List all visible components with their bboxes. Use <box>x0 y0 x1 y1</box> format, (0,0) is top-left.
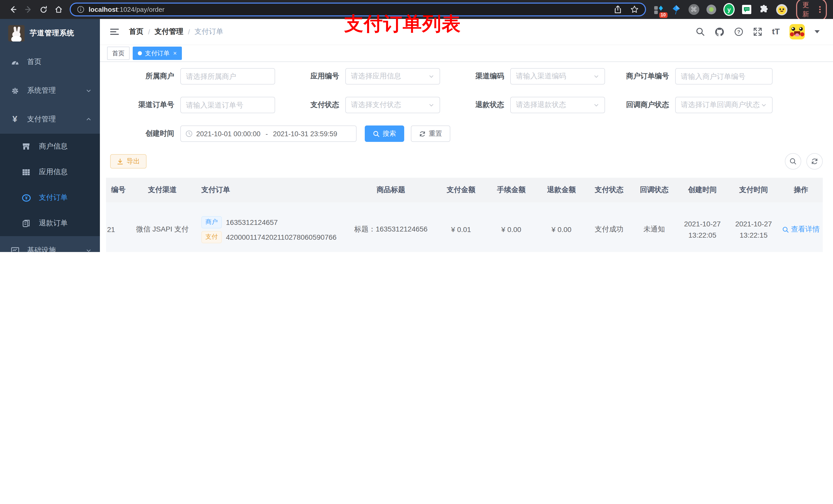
filter-label: 所属商户 <box>110 72 180 81</box>
user-avatar[interactable] <box>789 24 805 40</box>
channel-order-no-input[interactable] <box>180 97 275 113</box>
tag-home[interactable]: 首页 <box>107 47 129 60</box>
table-row[interactable]: 21 微信 JSAPI 支付 商户1635312124657 支付4200001… <box>106 202 823 252</box>
app-select[interactable]: 请选择应用信息 <box>345 68 440 85</box>
extension-kite-icon[interactable] <box>671 4 682 15</box>
sidebar-item-label: 基础设施 <box>27 246 56 252</box>
fullscreen-icon[interactable] <box>753 27 762 37</box>
browser-home-button[interactable] <box>51 2 66 17</box>
monitor-chart-icon <box>10 246 20 252</box>
svg-text:¥: ¥ <box>25 195 27 200</box>
view-detail-link[interactable]: 查看详情 <box>782 225 820 234</box>
reset-button[interactable]: 重置 <box>411 125 450 142</box>
sidebar-item-pay-order[interactable]: ¥ 支付订单 <box>0 185 100 211</box>
screen: localhost:1024/pay/order 10 ⌘ <box>0 0 833 252</box>
cell-refund: ¥ 0.00 <box>537 202 587 252</box>
extension-dot-icon[interactable] <box>706 4 717 15</box>
cell-notify: 未通知 <box>632 202 677 252</box>
tag-close-icon[interactable]: × <box>173 50 177 57</box>
merchant-order-no-input[interactable] <box>675 68 772 85</box>
merchant-select-input[interactable] <box>180 68 275 85</box>
col-status: 支付状态 <box>587 178 632 202</box>
filter-label: 创建时间 <box>110 129 180 138</box>
channel-code-select[interactable]: 请输入渠道编码 <box>510 68 605 85</box>
pay-tag: 支付 <box>201 231 222 243</box>
profile-emoji-avatar[interactable] <box>777 4 788 15</box>
col-order: 支付订单 <box>196 178 346 202</box>
refund-status-select[interactable]: 请选择退款状态 <box>510 97 605 113</box>
extension-command-icon[interactable]: ⌘ <box>688 4 699 15</box>
sidebar-item-label: 退款订单 <box>39 219 68 228</box>
breadcrumb-home[interactable]: 首页 <box>129 27 143 37</box>
yen-icon: ¥ <box>10 114 20 124</box>
export-button[interactable]: 导出 <box>110 154 146 169</box>
browser-reload-button[interactable] <box>37 2 50 17</box>
tags-view: 首页 支付订单 × <box>100 45 833 62</box>
pay-order-icon: ¥ <box>22 193 31 202</box>
pay-status-select[interactable]: 请选择支付状态 <box>345 97 440 113</box>
github-icon[interactable] <box>715 27 724 37</box>
browser-forward-button[interactable] <box>21 2 35 17</box>
cell-channel: 微信 JSAPI 支付 <box>128 202 196 252</box>
bookmark-star-icon[interactable] <box>630 5 639 14</box>
browser-back-button[interactable] <box>6 2 20 17</box>
sidebar-item-app-info[interactable]: 应用信息 <box>0 159 100 185</box>
refresh-icon <box>419 130 426 137</box>
breadcrumb-current: 支付订单 <box>195 27 223 37</box>
date-end: 2021-10-31 23:59:59 <box>273 130 337 138</box>
search-icon[interactable] <box>696 27 705 37</box>
col-amount: 支付金额 <box>436 178 486 202</box>
site-info-icon[interactable] <box>77 6 85 13</box>
refresh-table-button[interactable] <box>806 153 823 170</box>
sidebar-item-system[interactable]: 系统管理 <box>0 76 100 105</box>
cell-title: 标题：1635312124656 <box>346 202 436 252</box>
sidebar-toggle-icon[interactable] <box>108 27 121 37</box>
filter-label: 商户订单编号 <box>605 72 675 81</box>
avatar-dropdown-caret[interactable] <box>814 30 820 33</box>
dashboard-icon <box>10 57 20 66</box>
filter-row-2: 渠道订单号 支付状态 请选择支付状态 退款状态 请选择退款状态 回调商户状态 <box>100 97 833 113</box>
extension-y-icon[interactable]: y <box>723 4 735 15</box>
download-icon <box>117 158 123 165</box>
browser-menu-icon[interactable] <box>819 6 821 13</box>
col-actions: 操作 <box>779 178 823 202</box>
notify-status-select[interactable]: 请选择订单回调商户状态 <box>675 97 772 113</box>
sidebar-item-label: 系统管理 <box>27 86 56 95</box>
tag-pay-order-active[interactable]: 支付订单 × <box>133 47 182 60</box>
filter-row-3: 创建时间 2021-10-01 00:00:00 - 2021-10-31 23… <box>100 125 833 142</box>
created-time-range-picker[interactable]: 2021-10-01 00:00:00 - 2021-10-31 23:59:5… <box>180 125 357 142</box>
gear-icon <box>10 86 20 95</box>
extension-badged-icon[interactable]: 10 <box>653 4 664 15</box>
extension-chat-icon[interactable] <box>741 4 752 15</box>
share-icon[interactable] <box>614 5 622 14</box>
filter-label: 退款状态 <box>440 100 510 110</box>
sidebar-item-label: 支付订单 <box>39 193 68 202</box>
search-button[interactable]: 搜索 <box>365 125 404 142</box>
app-title: 芋道管理系统 <box>30 29 74 38</box>
breadcrumb: 首页 / 支付管理 / 支付订单 <box>129 27 223 37</box>
sidebar-item-home[interactable]: 首页 <box>0 48 100 76</box>
filter-label: 渠道编码 <box>440 72 510 81</box>
cell-paid: 2021-10-2713:22:15 <box>728 202 779 252</box>
breadcrumb-payment[interactable]: 支付管理 <box>155 27 184 37</box>
active-dot <box>138 51 142 55</box>
toggle-search-button[interactable] <box>785 153 801 170</box>
table-header-row: 编号 支付渠道 支付订单 商品标题 支付金额 手续金额 退款金额 支付状态 回调… <box>106 178 823 202</box>
col-fee: 手续金额 <box>486 178 537 202</box>
browser-update-button[interactable]: 更新 <box>796 0 827 21</box>
col-title: 商品标题 <box>346 178 436 202</box>
sidebar-item-infrastructure[interactable]: 基础设施 <box>0 236 100 252</box>
payment-submenu: 商户信息 应用信息 ¥ 支付订单 <box>0 134 100 236</box>
cell-fee: ¥ 0.00 <box>486 202 537 252</box>
sidebar-item-label: 应用信息 <box>39 167 68 177</box>
orders-table: 编号 支付渠道 支付订单 商品标题 支付金额 手续金额 退款金额 支付状态 回调… <box>106 178 823 252</box>
sidebar-item-refund-order[interactable]: 退款订单 <box>0 211 100 236</box>
red-annotation-text: 支付订单列表 <box>344 11 461 37</box>
sidebar-item-merchant-info[interactable]: 商户信息 <box>0 134 100 159</box>
extensions-puzzle-icon[interactable] <box>759 4 769 15</box>
help-icon[interactable]: ? <box>734 27 743 37</box>
sidebar-item-payment[interactable]: ¥ 支付管理 <box>0 105 100 134</box>
chevron-up-icon <box>86 116 92 122</box>
chevron-down-icon <box>428 73 434 79</box>
font-size-icon[interactable]: tT <box>772 28 780 36</box>
